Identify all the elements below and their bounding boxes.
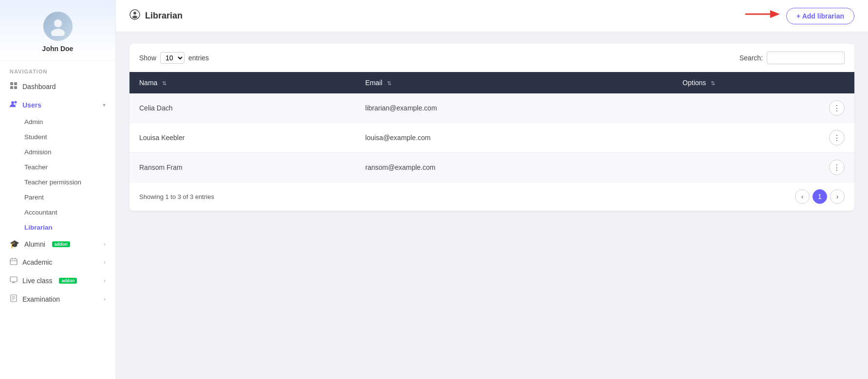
table-row: Ransom Fram ransom@example.com ⋮ [129, 153, 854, 182]
cell-nama: Louisa Keebler [129, 123, 355, 153]
sidebar-item-dashboard-label: Dashboard [22, 83, 56, 90]
cell-nama: Celia Dach [129, 93, 355, 123]
top-bar: Librarian + Add librarian [116, 0, 868, 32]
academic-icon [10, 257, 18, 267]
sidebar-item-teacher-permission[interactable]: Teacher permission [0, 175, 115, 190]
svg-point-0 [54, 19, 62, 27]
col-nama[interactable]: Nama ⇅ [129, 72, 355, 93]
options-sort-icon: ⇅ [711, 80, 715, 86]
table-row: Celia Dach librarian@example.com ⋮ [129, 93, 854, 123]
entries-label: entries [188, 54, 209, 62]
sidebar-item-academic[interactable]: Academic › [0, 253, 115, 271]
sidebar-item-parent[interactable]: Parent [0, 190, 115, 205]
table-row: Louisa Keebler louisa@example.com ⋮ [129, 123, 854, 153]
users-chevron-icon: ▾ [103, 102, 106, 108]
next-page-button[interactable]: › [830, 189, 845, 204]
nama-sort-icon: ⇅ [162, 80, 166, 86]
table-body: Celia Dach librarian@example.com ⋮ Louis… [129, 93, 854, 182]
sidebar-item-examination[interactable]: Examination › [0, 290, 115, 308]
page-title: Librarian [129, 9, 183, 22]
row-options-button[interactable]: ⋮ [829, 130, 845, 145]
svg-point-6 [11, 101, 14, 104]
sidebar-item-alumni-label: Alumni [24, 240, 45, 248]
users-icon [10, 100, 18, 110]
email-sort-icon: ⇅ [387, 80, 391, 86]
sidebar-item-examination-label: Examination [22, 295, 60, 303]
cell-email: librarian@example.com [355, 93, 673, 123]
alumni-addon-badge: addon [52, 241, 70, 247]
live-class-chevron-icon: › [104, 277, 106, 284]
cell-options: ⋮ [673, 153, 854, 182]
sidebar-username: John Doe [42, 45, 74, 53]
sidebar-item-live-class[interactable]: Live class addon › [0, 271, 115, 290]
row-options-button[interactable]: ⋮ [829, 100, 845, 116]
search-input[interactable] [767, 52, 845, 64]
row-options-button[interactable]: ⋮ [829, 160, 845, 175]
sidebar-item-student[interactable]: Student [0, 129, 115, 144]
col-email[interactable]: Email ⇅ [355, 72, 673, 93]
sidebar-item-users[interactable]: Users ▾ [0, 96, 115, 114]
sidebar-item-academic-label: Academic [22, 258, 52, 266]
add-button-arrow: + Add librarian [743, 7, 854, 25]
search-area: Search: [739, 52, 845, 64]
cell-options: ⋮ [673, 123, 854, 153]
sidebar-item-dashboard[interactable]: Dashboard [0, 77, 115, 96]
cell-email: louisa@example.com [355, 123, 673, 153]
page-title-text: Librarian [145, 11, 183, 21]
red-arrow-icon [743, 7, 782, 25]
sidebar-item-accountant[interactable]: Accountant [0, 205, 115, 220]
col-options: Options ⇅ [673, 72, 854, 93]
sidebar-item-admision[interactable]: Admision [0, 144, 115, 160]
table-card: Show 10 25 50 entries Search: [129, 44, 854, 211]
pagination-controls: ‹ 1 › [795, 189, 845, 204]
examination-icon [10, 294, 18, 304]
svg-point-1 [51, 29, 65, 36]
cell-nama: Ransom Fram [129, 153, 355, 182]
cell-options: ⋮ [673, 93, 854, 123]
svg-point-16 [133, 12, 136, 15]
svg-point-7 [15, 101, 17, 104]
svg-rect-4 [10, 86, 13, 89]
search-label: Search: [739, 54, 763, 62]
prev-page-button[interactable]: ‹ [795, 189, 810, 204]
sidebar-item-librarian[interactable]: Librarian [0, 220, 115, 235]
entries-per-page-select[interactable]: 10 25 50 [160, 52, 185, 64]
page-title-icon [129, 9, 140, 22]
pagination-info: Showing 1 to 3 of 3 entries [139, 193, 214, 200]
main-content: Librarian + Add librarian Show 10 25 [116, 0, 868, 379]
content-area: Show 10 25 50 entries Search: [116, 32, 868, 379]
cell-email: ransom@example.com [355, 153, 673, 182]
nav-section-label: NAVIGATION [0, 61, 115, 77]
sidebar-item-users-label: Users [22, 101, 41, 109]
show-entries-control: Show 10 25 50 entries [139, 52, 209, 64]
svg-rect-2 [10, 82, 13, 85]
sidebar-header: John Doe [0, 0, 115, 61]
pagination-row: Showing 1 to 3 of 3 entries ‹ 1 › [129, 182, 854, 211]
sidebar-item-alumni[interactable]: 🎓 Alumni addon › [0, 235, 115, 253]
table-controls: Show 10 25 50 entries Search: [129, 44, 854, 72]
live-class-addon-badge: addon [59, 278, 77, 284]
add-librarian-button[interactable]: + Add librarian [786, 8, 854, 24]
svg-rect-10 [10, 277, 17, 282]
alumni-chevron-icon: › [104, 241, 106, 248]
show-label: Show [139, 54, 156, 62]
sidebar-item-admin[interactable]: Admin [0, 114, 115, 129]
alumni-icon: 🎓 [10, 239, 19, 249]
librarian-table: Nama ⇅ Email ⇅ Options ⇅ [129, 72, 854, 182]
dashboard-icon [10, 82, 18, 91]
svg-point-17 [132, 16, 137, 18]
svg-rect-5 [14, 86, 17, 89]
svg-rect-3 [14, 82, 17, 85]
examination-chevron-icon: › [104, 296, 106, 303]
sidebar-item-teacher[interactable]: Teacher [0, 160, 115, 175]
page-1-button[interactable]: 1 [813, 189, 827, 204]
live-class-icon [10, 276, 18, 286]
sidebar: John Doe NAVIGATION Dashboard Users ▾ Ad… [0, 0, 116, 379]
svg-marker-19 [770, 10, 780, 18]
academic-chevron-icon: › [104, 259, 106, 266]
avatar [43, 12, 73, 41]
sidebar-item-live-class-label: Live class [22, 277, 52, 285]
table-header: Nama ⇅ Email ⇅ Options ⇅ [129, 72, 854, 93]
svg-rect-8 [10, 259, 17, 265]
